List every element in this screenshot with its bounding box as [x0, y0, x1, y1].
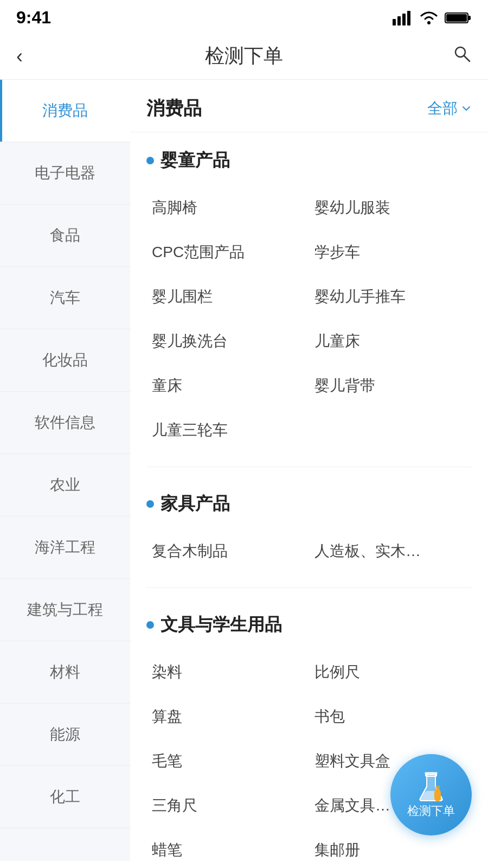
chevron-down-icon: [461, 103, 472, 114]
sidebar-item-food[interactable]: 食品: [0, 205, 130, 267]
svg-rect-0: [393, 19, 396, 25]
svg-rect-7: [446, 14, 467, 22]
baby-products-section: 婴童产品 高脚椅 婴幼儿服装 CPC范围产品 学步车 婴儿围栏 婴幼儿手推车 婴…: [130, 132, 488, 458]
svg-rect-11: [435, 786, 440, 791]
list-item[interactable]: 婴儿围栏: [146, 275, 309, 319]
baby-section-title: 婴童产品: [146, 149, 472, 173]
section-dot: [146, 500, 154, 508]
list-item: [309, 408, 472, 452]
svg-rect-6: [468, 16, 471, 20]
list-item[interactable]: 童床: [146, 363, 309, 408]
sidebar-item-chemical[interactable]: 化工: [0, 766, 130, 828]
sidebar-item-electronics[interactable]: 电子电器: [0, 142, 130, 205]
list-item[interactable]: 蜡笔: [146, 828, 309, 861]
list-item[interactable]: 染料: [146, 650, 309, 694]
search-icon: [452, 44, 472, 63]
list-item[interactable]: 婴儿背带: [309, 363, 472, 408]
content-panel: 消费品 全部 婴童产品 高脚椅 婴幼儿服装 CPC范围产品 学步车 婴儿围栏 婴…: [130, 80, 488, 861]
sidebar-item-software[interactable]: 软件信息: [0, 392, 130, 454]
furniture-section-title: 家具产品: [146, 492, 472, 516]
furniture-items-grid: 复合木制品 人造板、实木…: [146, 529, 472, 573]
sidebar-item-agriculture[interactable]: 农业: [0, 454, 130, 516]
list-item[interactable]: CPC范围产品: [146, 230, 309, 275]
svg-rect-2: [402, 14, 406, 25]
list-item[interactable]: 比例尺: [309, 650, 472, 694]
sidebar-item-marine[interactable]: 海洋工程: [0, 516, 130, 579]
sidebar-item-auto[interactable]: 汽车: [0, 267, 130, 329]
float-button-label: 检测下单: [407, 803, 455, 819]
back-button[interactable]: ‹: [16, 45, 43, 68]
svg-point-4: [427, 21, 431, 24]
sidebar-item-construction[interactable]: 建筑与工程: [0, 579, 130, 641]
list-item[interactable]: 婴幼儿服装: [309, 186, 472, 230]
svg-rect-10: [434, 789, 441, 801]
sidebar-item-energy[interactable]: 能源: [0, 704, 130, 766]
list-item[interactable]: 毛笔: [146, 739, 309, 783]
header: ‹ 检测下单: [0, 33, 488, 80]
list-item[interactable]: 婴幼儿手推车: [309, 275, 472, 319]
list-item[interactable]: 儿童床: [309, 319, 472, 363]
sidebar: 消费品 电子电器 食品 汽车 化妆品 软件信息 农业 海洋工程 建筑与工程 材料…: [0, 80, 130, 861]
flask-icon: [415, 770, 447, 803]
list-item[interactable]: 复合木制品: [146, 529, 309, 573]
divider: [146, 467, 472, 467]
sidebar-item-consumer[interactable]: 消费品: [0, 80, 130, 142]
section-dot: [146, 157, 154, 164]
svg-rect-1: [397, 16, 401, 25]
filter-label: 全部: [427, 98, 458, 119]
divider: [146, 588, 472, 588]
status-time: 9:41: [16, 8, 51, 28]
status-icons: [393, 10, 472, 25]
list-item[interactable]: 高脚椅: [146, 186, 309, 230]
furniture-section: 家具产品 复合木制品 人造板、实木…: [130, 476, 488, 579]
sidebar-item-cosmetics[interactable]: 化妆品: [0, 329, 130, 392]
list-item[interactable]: 婴儿换洗台: [146, 319, 309, 363]
main-container: 消费品 电子电器 食品 汽车 化妆品 软件信息 农业 海洋工程 建筑与工程 材料…: [0, 80, 488, 861]
battery-icon: [445, 11, 472, 25]
section-dot: [146, 621, 154, 629]
float-order-button[interactable]: 检测下单: [390, 754, 472, 835]
svg-rect-3: [407, 11, 410, 25]
svg-line-9: [464, 56, 470, 61]
filter-button[interactable]: 全部: [427, 98, 472, 119]
sidebar-item-materials[interactable]: 材料: [0, 641, 130, 704]
baby-items-grid: 高脚椅 婴幼儿服装 CPC范围产品 学步车 婴儿围栏 婴幼儿手推车 婴儿换洗台 …: [146, 186, 472, 452]
list-item[interactable]: 集邮册: [309, 828, 472, 861]
list-item[interactable]: 儿童三轮车: [146, 408, 309, 452]
signal-icon: [393, 10, 413, 25]
stationery-section-title: 文具与学生用品: [146, 613, 472, 637]
wifi-icon: [419, 10, 439, 25]
svg-rect-13: [425, 772, 438, 774]
list-item[interactable]: 书包: [309, 694, 472, 739]
list-item[interactable]: 学步车: [309, 230, 472, 275]
list-item[interactable]: 算盘: [146, 694, 309, 739]
list-item[interactable]: 人造板、实木…: [309, 529, 472, 573]
search-button[interactable]: [445, 44, 472, 68]
list-item[interactable]: 三角尺: [146, 783, 309, 828]
page-title: 检测下单: [43, 43, 445, 69]
status-bar: 9:41: [0, 0, 488, 33]
category-title: 消费品: [146, 96, 202, 121]
category-header: 消费品 全部: [130, 80, 488, 132]
